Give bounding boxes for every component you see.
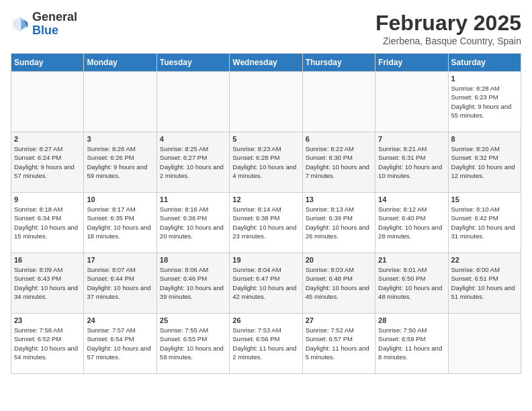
title-area: February 2025 Zierbena, Basque Country, …: [375, 11, 521, 46]
day-number: 4: [160, 135, 226, 143]
day-info: Sunrise: 8:20 AM Sunset: 6:32 PM Dayligh…: [451, 144, 518, 180]
day-number: 21: [378, 256, 445, 264]
logo-blue-text: Blue: [32, 24, 58, 37]
calendar-cell: 26Sunrise: 7:53 AM Sunset: 6:56 PM Dayli…: [230, 314, 302, 374]
day-info: Sunrise: 8:22 AM Sunset: 6:30 PM Dayligh…: [306, 144, 372, 180]
day-number: 10: [87, 195, 153, 203]
calendar-body: 1Sunrise: 8:28 AM Sunset: 6:23 PM Daylig…: [11, 72, 521, 374]
day-number: 1: [451, 75, 518, 83]
day-number: 14: [378, 195, 445, 203]
day-number: 19: [232, 256, 299, 264]
day-number: 23: [14, 316, 81, 324]
calendar-week-1: 1Sunrise: 8:28 AM Sunset: 6:23 PM Daylig…: [11, 72, 521, 132]
day-number: 26: [232, 316, 299, 324]
logo-icon: [11, 15, 30, 34]
day-number: 20: [306, 256, 372, 264]
calendar-cell: 21Sunrise: 8:01 AM Sunset: 6:50 PM Dayli…: [375, 253, 448, 314]
calendar-cell: 7Sunrise: 8:21 AM Sunset: 6:31 PM Daylig…: [375, 132, 448, 193]
day-header-friday: Friday: [375, 54, 448, 72]
day-info: Sunrise: 8:18 AM Sunset: 6:34 PM Dayligh…: [14, 205, 81, 240]
day-info: Sunrise: 8:14 AM Sunset: 6:38 PM Dayligh…: [232, 205, 299, 240]
day-info: Sunrise: 7:55 AM Sunset: 6:55 PM Dayligh…: [160, 326, 226, 361]
day-info: Sunrise: 8:16 AM Sunset: 6:36 PM Dayligh…: [160, 205, 226, 240]
calendar-table: SundayMondayTuesdayWednesdayThursdayFrid…: [11, 53, 521, 374]
calendar-cell: 15Sunrise: 8:10 AM Sunset: 6:42 PM Dayli…: [448, 193, 521, 253]
day-info: Sunrise: 8:06 AM Sunset: 6:46 PM Dayligh…: [160, 265, 226, 301]
calendar-cell: 13Sunrise: 8:13 AM Sunset: 6:39 PM Dayli…: [302, 193, 375, 253]
day-number: 6: [306, 135, 372, 143]
day-info: Sunrise: 7:58 AM Sunset: 6:52 PM Dayligh…: [14, 326, 81, 361]
day-number: 27: [306, 316, 372, 324]
day-info: Sunrise: 8:28 AM Sunset: 6:23 PM Dayligh…: [451, 84, 518, 120]
day-number: 16: [14, 256, 81, 264]
calendar-cell: 17Sunrise: 8:07 AM Sunset: 6:44 PM Dayli…: [84, 253, 157, 314]
calendar-cell: 27Sunrise: 7:52 AM Sunset: 6:57 PM Dayli…: [302, 314, 375, 374]
day-info: Sunrise: 8:12 AM Sunset: 6:40 PM Dayligh…: [378, 205, 445, 240]
day-info: Sunrise: 8:07 AM Sunset: 6:44 PM Dayligh…: [87, 265, 153, 301]
day-info: Sunrise: 7:50 AM Sunset: 6:59 PM Dayligh…: [378, 326, 445, 361]
day-info: Sunrise: 8:26 AM Sunset: 6:26 PM Dayligh…: [87, 144, 153, 180]
calendar-cell: 28Sunrise: 7:50 AM Sunset: 6:59 PM Dayli…: [375, 314, 448, 374]
calendar-cell: 16Sunrise: 8:09 AM Sunset: 6:43 PM Dayli…: [11, 253, 84, 314]
day-info: Sunrise: 8:21 AM Sunset: 6:31 PM Dayligh…: [378, 144, 445, 180]
day-number: 2: [14, 135, 81, 143]
calendar-cell: 2Sunrise: 8:27 AM Sunset: 6:24 PM Daylig…: [11, 132, 84, 193]
day-info: Sunrise: 7:57 AM Sunset: 6:54 PM Dayligh…: [87, 326, 153, 361]
day-info: Sunrise: 8:10 AM Sunset: 6:42 PM Dayligh…: [451, 205, 518, 240]
calendar-cell: 24Sunrise: 7:57 AM Sunset: 6:54 PM Dayli…: [84, 314, 157, 374]
calendar-cell: [448, 314, 521, 374]
calendar-cell: 23Sunrise: 7:58 AM Sunset: 6:52 PM Dayli…: [11, 314, 84, 374]
day-number: 7: [378, 135, 445, 143]
calendar-cell: [230, 72, 302, 132]
day-header-saturday: Saturday: [448, 54, 521, 72]
day-number: 13: [306, 195, 372, 203]
calendar-cell: 10Sunrise: 8:17 AM Sunset: 6:35 PM Dayli…: [84, 193, 157, 253]
calendar-title: February 2025: [375, 11, 521, 36]
day-info: Sunrise: 8:09 AM Sunset: 6:43 PM Dayligh…: [14, 265, 81, 301]
day-info: Sunrise: 8:17 AM Sunset: 6:35 PM Dayligh…: [87, 205, 153, 240]
day-number: 18: [160, 256, 226, 264]
calendar-cell: 8Sunrise: 8:20 AM Sunset: 6:32 PM Daylig…: [448, 132, 521, 193]
day-number: 5: [232, 135, 299, 143]
calendar-cell: 6Sunrise: 8:22 AM Sunset: 6:30 PM Daylig…: [302, 132, 375, 193]
day-info: Sunrise: 8:03 AM Sunset: 6:48 PM Dayligh…: [306, 265, 372, 301]
calendar-cell: 3Sunrise: 8:26 AM Sunset: 6:26 PM Daylig…: [84, 132, 157, 193]
calendar-subtitle: Zierbena, Basque Country, Spain: [375, 36, 521, 46]
day-number: 12: [232, 195, 299, 203]
day-info: Sunrise: 8:04 AM Sunset: 6:47 PM Dayligh…: [232, 265, 299, 301]
calendar-week-2: 2Sunrise: 8:27 AM Sunset: 6:24 PM Daylig…: [11, 132, 521, 193]
calendar-cell: 9Sunrise: 8:18 AM Sunset: 6:34 PM Daylig…: [11, 193, 84, 253]
calendar-cell: [84, 72, 157, 132]
calendar-week-3: 9Sunrise: 8:18 AM Sunset: 6:34 PM Daylig…: [11, 193, 521, 253]
day-info: Sunrise: 8:23 AM Sunset: 6:28 PM Dayligh…: [232, 144, 299, 180]
day-header-sunday: Sunday: [11, 54, 84, 72]
header: General Blue February 2025 Zierbena, Bas…: [11, 11, 521, 46]
calendar-cell: 18Sunrise: 8:06 AM Sunset: 6:46 PM Dayli…: [157, 253, 229, 314]
calendar-cell: [375, 72, 448, 132]
day-info: Sunrise: 8:01 AM Sunset: 6:50 PM Dayligh…: [378, 265, 445, 301]
day-info: Sunrise: 8:13 AM Sunset: 6:39 PM Dayligh…: [306, 205, 372, 240]
day-number: 11: [160, 195, 226, 203]
day-number: 28: [378, 316, 445, 324]
calendar-header-row: SundayMondayTuesdayWednesdayThursdayFrid…: [11, 54, 521, 72]
day-number: 15: [451, 195, 518, 203]
day-header-thursday: Thursday: [302, 54, 375, 72]
calendar-cell: 12Sunrise: 8:14 AM Sunset: 6:38 PM Dayli…: [230, 193, 302, 253]
logo: General Blue: [11, 11, 77, 38]
calendar-cell: 11Sunrise: 8:16 AM Sunset: 6:36 PM Dayli…: [157, 193, 229, 253]
day-number: 8: [451, 135, 518, 143]
day-number: 9: [14, 195, 81, 203]
calendar-cell: 4Sunrise: 8:25 AM Sunset: 6:27 PM Daylig…: [157, 132, 229, 193]
day-info: Sunrise: 8:25 AM Sunset: 6:27 PM Dayligh…: [160, 144, 226, 180]
day-number: 22: [451, 256, 518, 264]
day-number: 3: [87, 135, 153, 143]
calendar-cell: 14Sunrise: 8:12 AM Sunset: 6:40 PM Dayli…: [375, 193, 448, 253]
calendar-cell: 25Sunrise: 7:55 AM Sunset: 6:55 PM Dayli…: [157, 314, 229, 374]
day-info: Sunrise: 7:53 AM Sunset: 6:56 PM Dayligh…: [232, 326, 299, 361]
calendar-cell: 1Sunrise: 8:28 AM Sunset: 6:23 PM Daylig…: [448, 72, 521, 132]
day-number: 25: [160, 316, 226, 324]
calendar-week-5: 23Sunrise: 7:58 AM Sunset: 6:52 PM Dayli…: [11, 314, 521, 374]
calendar-cell: [302, 72, 375, 132]
logo-general-text: General: [32, 10, 77, 24]
calendar-cell: 5Sunrise: 8:23 AM Sunset: 6:28 PM Daylig…: [230, 132, 302, 193]
